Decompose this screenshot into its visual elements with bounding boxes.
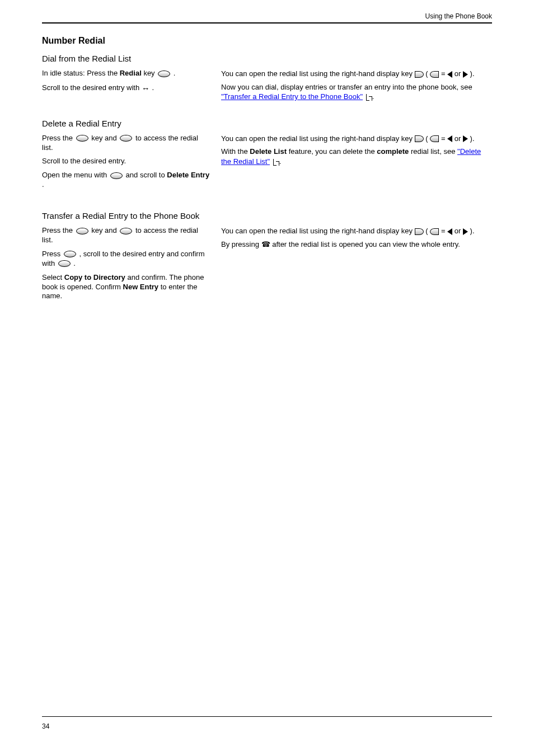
crossref-icon xyxy=(366,94,372,100)
complete-label: complete xyxy=(377,147,409,156)
triangle-right-icon xyxy=(463,71,468,78)
note-redial-key: You can open the redial list using the r… xyxy=(221,226,492,236)
oval-key-icon xyxy=(110,172,123,179)
text: = xyxy=(441,227,447,235)
note-redial-key: You can open the redial list using the r… xyxy=(221,134,492,144)
step-3: Open the menu with and scroll to Delete … xyxy=(42,171,210,190)
text: . xyxy=(42,180,44,189)
text: With the xyxy=(221,147,250,156)
oval-key-icon xyxy=(58,260,71,267)
subsection-dial-from-redial: Dial from the Redial List xyxy=(42,54,492,63)
delete-list-label: Delete List xyxy=(250,147,287,156)
text: . xyxy=(73,259,76,267)
step-3: Select Copy to Directory and confirm. Th… xyxy=(42,273,210,302)
text: Open the menu with xyxy=(42,171,109,179)
display-key-left-icon xyxy=(430,228,439,235)
step-1: Press the key and to access the redial l… xyxy=(42,226,210,245)
text: You can open the redial list using the r… xyxy=(221,227,415,235)
row-dial-from-redial: In idle status: Press the Redial key . S… xyxy=(42,69,492,102)
redial-key-icon xyxy=(158,71,170,77)
text: or xyxy=(455,134,463,143)
text: You can open the redial list using the r… xyxy=(221,69,415,78)
redial-label: Redial xyxy=(120,69,142,77)
text: Press the xyxy=(42,226,75,234)
oval-key-icon xyxy=(120,228,132,234)
oval-key-icon xyxy=(76,135,88,142)
col-left: Press the key and to access the redial l… xyxy=(42,226,210,306)
text: ( xyxy=(425,69,428,78)
triangle-right-icon xyxy=(463,228,468,235)
triangle-left-icon xyxy=(447,228,452,235)
text: key xyxy=(143,69,157,77)
text: Scroll to the desired entry with xyxy=(42,83,142,92)
step-1: Press the key and to access the redial l… xyxy=(42,134,210,153)
new-entry-label: New Entry xyxy=(123,283,159,291)
text: You can open the redial list using the r… xyxy=(221,134,415,143)
display-key-right-icon xyxy=(415,228,424,235)
oval-key-icon xyxy=(64,251,76,257)
step-1: In idle status: Press the Redial key . xyxy=(42,69,210,78)
step-2: Scroll to the desired entry. xyxy=(42,157,210,166)
text: Press xyxy=(42,250,63,258)
text: redial list, see xyxy=(411,147,457,156)
display-key-left-icon xyxy=(430,135,439,142)
text: Press the xyxy=(42,134,75,142)
col-right: You can open the redial list using the r… xyxy=(221,226,492,250)
display-key-right-icon xyxy=(415,135,424,142)
subsection-transfer-redial: Transfer a Redial Entry to the Phone Boo… xyxy=(42,211,492,220)
triangle-left-icon xyxy=(447,135,452,142)
col-left: In idle status: Press the Redial key . S… xyxy=(42,69,210,98)
text: ( xyxy=(425,227,428,235)
note-view-entry: By pressing ☎ after the redial list is o… xyxy=(221,240,492,250)
text: and scroll to xyxy=(126,171,167,179)
text: = xyxy=(441,134,447,143)
note-delete-list: With the Delete List feature, you can de… xyxy=(221,147,492,166)
text: key and xyxy=(91,134,119,142)
col-right: You can open the redial list using the r… xyxy=(221,134,492,167)
text: ( xyxy=(425,134,428,143)
oval-key-icon xyxy=(76,228,88,234)
text: or xyxy=(455,227,463,235)
col-right: You can open the redial list using the r… xyxy=(221,69,492,102)
crossref-icon xyxy=(273,159,279,165)
display-key-right-icon xyxy=(415,71,424,78)
phone-icon: ☎ xyxy=(261,240,270,250)
link-transfer-redial[interactable]: "Transfer a Redial Entry to the Phone Bo… xyxy=(221,92,363,101)
page-number: 34 xyxy=(42,722,49,730)
text: feature, you can delete the xyxy=(289,147,377,156)
text: In idle status: Press the xyxy=(42,69,120,77)
header-section-title: Using the Phone Book xyxy=(42,12,492,20)
text: ). xyxy=(470,134,475,143)
text: By pressing xyxy=(221,240,261,248)
delete-entry-label: Delete Entry xyxy=(167,171,209,179)
section-title-redial: Number Redial xyxy=(42,36,492,46)
text: = xyxy=(441,69,447,78)
copy-to-directory-label: Copy to Directory xyxy=(64,273,125,281)
note-redial-key: You can open the redial list using the r… xyxy=(221,69,492,79)
text: Now you can dial, display entries or tra… xyxy=(221,83,472,91)
note-transfer: Now you can dial, display entries or tra… xyxy=(221,82,492,102)
col-left: Press the key and to access the redial l… xyxy=(42,134,210,194)
page-container: Using the Phone Book Number Redial Dial … xyxy=(0,0,534,756)
triangle-right-icon xyxy=(463,135,468,142)
top-rule xyxy=(42,22,492,24)
text: ). xyxy=(470,227,475,235)
text: key and xyxy=(91,226,119,234)
text: . xyxy=(152,83,154,92)
subsection-delete-redial: Delete a Redial Entry xyxy=(42,119,492,128)
text: after the redial list is opened you can … xyxy=(272,240,460,248)
text: . xyxy=(174,69,176,77)
text: or xyxy=(455,69,463,78)
oval-key-icon xyxy=(120,135,132,142)
step-2: Press , scroll to the desired entry and … xyxy=(42,250,210,269)
display-key-left-icon xyxy=(430,71,439,78)
text: Select xyxy=(42,273,64,281)
row-delete-redial: Press the key and to access the redial l… xyxy=(42,134,492,194)
double-arrow-icon: ↔ xyxy=(142,83,150,94)
triangle-left-icon xyxy=(447,71,452,78)
bottom-rule xyxy=(42,716,492,717)
text: ). xyxy=(470,69,475,78)
step-2: Scroll to the desired entry with ↔ . xyxy=(42,83,210,94)
row-transfer-redial: Press the key and to access the redial l… xyxy=(42,226,492,306)
